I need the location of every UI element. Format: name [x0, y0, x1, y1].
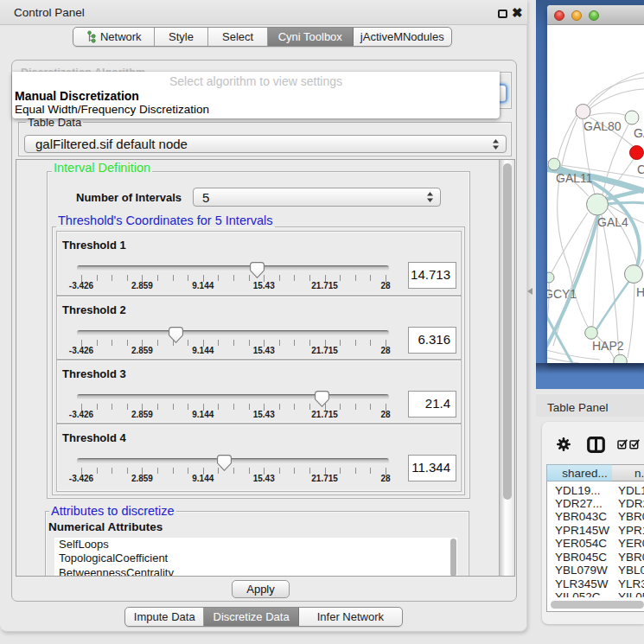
svg-text:GA: GA	[634, 126, 644, 140]
svg-text:GAL4: GAL4	[597, 215, 628, 229]
svg-text:H: H	[636, 285, 644, 299]
svg-text:HAP2: HAP2	[592, 339, 624, 353]
svg-text:GAL11: GAL11	[556, 171, 593, 185]
svg-text:CR: CR	[637, 163, 644, 176]
svg-text:GCY1: GCY1	[547, 287, 577, 301]
svg-text:GAL80: GAL80	[583, 119, 622, 133]
